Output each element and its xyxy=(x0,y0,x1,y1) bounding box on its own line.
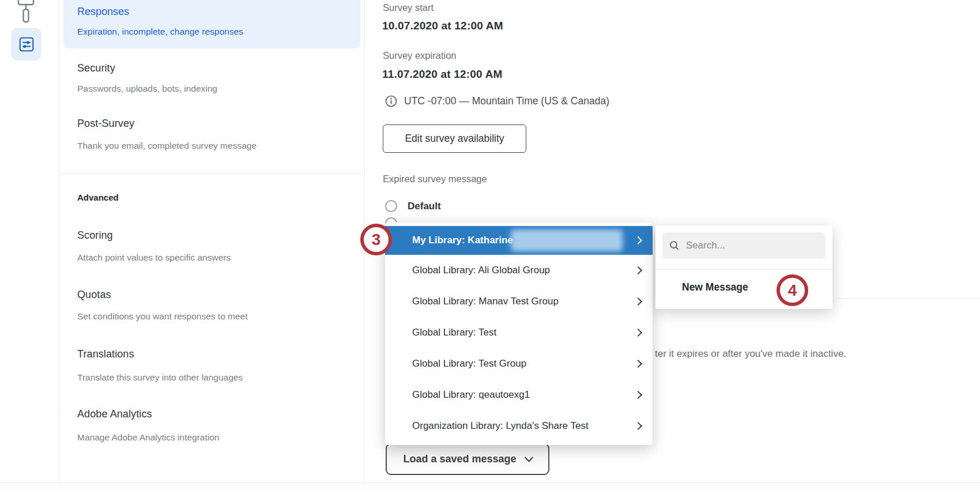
sidebar-item-title: Responses xyxy=(77,6,129,18)
settings-sidebar: Responses Expiration, incomplete, change… xyxy=(59,0,365,483)
sidebar-item-title: Scoring xyxy=(77,229,113,242)
search-input[interactable] xyxy=(686,240,819,251)
icon-rail xyxy=(0,0,59,483)
sliders-icon xyxy=(18,36,35,53)
submenu-search-box[interactable] xyxy=(662,232,826,259)
sidebar-section-divider xyxy=(59,174,364,174)
sidebar-item-title: Adobe Analytics xyxy=(77,408,152,420)
paint-roller-icon[interactable] xyxy=(17,0,38,27)
timezone-row: UTC -07:00 — Mountain Time (US & Canada) xyxy=(385,95,609,107)
chevron-right-icon xyxy=(634,360,642,368)
survey-options-sliders-icon-button[interactable] xyxy=(11,28,42,61)
chevron-right-icon xyxy=(634,266,642,274)
menu-item-label: Global Library: Manav Test Group xyxy=(412,296,559,307)
chevron-right-icon xyxy=(634,236,642,244)
section-divider-line xyxy=(837,298,980,299)
menu-item-label: Organization Library: Lynda's Share Test xyxy=(412,420,589,432)
chevron-right-icon xyxy=(634,391,642,399)
annotation-step-3: 3 xyxy=(360,224,392,255)
submenu-divider xyxy=(655,269,832,270)
edit-survey-availability-button[interactable]: Edit survey availability xyxy=(383,125,526,153)
load-saved-message-label: Load a saved message xyxy=(403,453,516,465)
sidebar-item-subtitle: Thank you email, completed survey messag… xyxy=(77,141,257,151)
saved-message-library-menu: My Library: Katharine Global Library: Al… xyxy=(385,223,653,445)
menu-item-my-library[interactable]: My Library: Katharine xyxy=(385,226,653,255)
sidebar-item-responses[interactable]: Responses Expiration, incomplete, change… xyxy=(63,0,360,48)
chevron-right-icon xyxy=(634,297,642,306)
survey-expiration-label: Survey expiration xyxy=(383,50,456,61)
sidebar-item-subtitle: Passwords, uploads, bots, indexing xyxy=(77,84,217,94)
menu-item-global-library-manav[interactable]: Global Library: Manav Test Group xyxy=(385,286,653,317)
expired-survey-message-label: Expired survey message xyxy=(383,174,487,184)
survey-options-screen: Responses Expiration, incomplete, change… xyxy=(0,0,980,490)
sidebar-item-subtitle: Translate this survey into other languag… xyxy=(77,372,243,383)
menu-item-label: Global Library: Ali Global Group xyxy=(412,265,550,276)
sidebar-item-title: Post-Survey xyxy=(77,118,134,130)
menu-item-organization-library-lynda[interactable]: Organization Library: Lynda's Share Test xyxy=(385,410,653,442)
sidebar-section-label: Advanced xyxy=(77,193,119,202)
chevron-right-icon xyxy=(634,329,642,337)
sidebar-item-title: Security xyxy=(77,62,115,74)
load-saved-message-button[interactable]: Load a saved message xyxy=(386,443,549,475)
menu-item-global-library-qeautoexg1[interactable]: Global Library: qeautoexg1 xyxy=(385,379,653,410)
new-message-menu-item[interactable]: New Message xyxy=(682,281,748,293)
menu-item-global-library-ali[interactable]: Global Library: Ali Global Group xyxy=(385,255,653,286)
survey-expiration-value: 11.07.2020 at 12:00 AM xyxy=(382,68,503,81)
expired-message-option-default[interactable]: Default xyxy=(385,200,441,212)
sidebar-item-subtitle: Set conditions you want responses to mee… xyxy=(77,311,248,322)
survey-start-label: Survey start xyxy=(383,2,434,13)
chevron-down-icon xyxy=(524,453,533,462)
info-icon xyxy=(385,95,397,107)
sidebar-item-title: Translations xyxy=(77,348,134,360)
timezone-text: UTC -07:00 — Mountain Time (US & Canada) xyxy=(404,95,609,107)
background-text-fragment: ter it expires or after you've made it i… xyxy=(655,348,846,360)
sidebar-item-title: Quotas xyxy=(77,289,111,301)
search-icon xyxy=(669,240,680,251)
menu-item-label: Global Library: Test xyxy=(412,327,496,338)
survey-start-value: 10.07.2020 at 12:00 AM xyxy=(382,20,503,32)
menu-item-global-library-test[interactable]: Global Library: Test xyxy=(385,317,653,348)
menu-item-label: My Library: Katharine xyxy=(412,235,513,246)
footer-strip xyxy=(0,483,980,490)
sidebar-item-subtitle: Attach point values to specific answers xyxy=(77,252,231,263)
chevron-right-icon xyxy=(634,422,642,430)
radio-default[interactable] xyxy=(385,200,397,212)
menu-item-label: Global Library: qeautoexg1 xyxy=(412,389,530,401)
radio-default-label: Default xyxy=(408,201,441,212)
annotation-step-4: 4 xyxy=(777,274,808,306)
redacted-name-blur xyxy=(511,229,623,251)
sidebar-item-subtitle: Expiration, incomplete, change responses xyxy=(77,27,243,37)
menu-item-label: Global Library: Test Group xyxy=(412,358,526,370)
menu-item-global-library-test-group[interactable]: Global Library: Test Group xyxy=(385,348,653,379)
sidebar-item-subtitle: Manage Adobe Analytics integration xyxy=(77,432,219,443)
